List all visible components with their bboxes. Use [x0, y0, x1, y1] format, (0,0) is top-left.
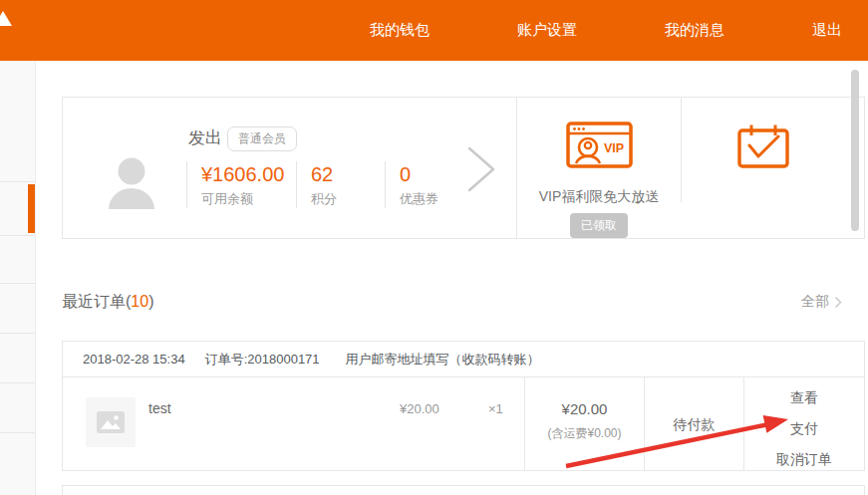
- nav-my-wallet[interactable]: 我的钱包: [370, 15, 430, 46]
- vip-promo-panel[interactable]: VIP VIP福利限免大放送 已领取: [517, 98, 681, 238]
- balance-value: ¥1606.00: [201, 161, 293, 187]
- sidebar-item[interactable]: [0, 61, 35, 182]
- vip-promo-title: VIP福利限免大放送: [517, 188, 681, 206]
- left-sidebar: [0, 61, 36, 495]
- order-actions-column: 查看 支付 取消订单: [743, 377, 864, 471]
- sidebar-item-active[interactable]: [0, 182, 35, 236]
- pay-order-link[interactable]: 支付: [790, 420, 818, 436]
- points-label: 积分: [311, 190, 385, 208]
- scrollbar-thumb[interactable]: [851, 70, 859, 231]
- sidebar-item[interactable]: [0, 383, 35, 433]
- svg-text:VIP: VIP: [604, 141, 624, 155]
- sidebar-item[interactable]: [0, 236, 35, 284]
- cancel-order-link[interactable]: 取消订单: [776, 451, 832, 467]
- view-all-link[interactable]: 全部: [801, 293, 842, 311]
- shipping-fee-note: (含运费¥0.00): [525, 425, 644, 442]
- top-header: 我的钱包 账户设置 我的消息 退出: [0, 0, 868, 61]
- next-order-card-stub: [62, 485, 865, 495]
- order-card-header: 2018-02-28 15:34 订单号:2018000171 用户邮寄地址填写…: [63, 342, 864, 377]
- sidebar-item[interactable]: [0, 284, 35, 334]
- order-time: 2018-02-28 15:34: [83, 352, 185, 367]
- recent-orders-header: 最近订单(10) 全部: [62, 292, 865, 314]
- view-all-label: 全部: [801, 293, 829, 311]
- order-status: 待付款: [645, 416, 743, 434]
- top-navigation: 我的钱包 账户设置 我的消息 退出: [370, 0, 868, 61]
- chevron-right-icon[interactable]: [465, 146, 499, 196]
- view-order-link[interactable]: 查看: [790, 389, 818, 405]
- user-center-page: 我的钱包 账户设置 我的消息 退出 发出 普通会员 ¥1606.00: [0, 0, 868, 495]
- product-quantity: ×1: [488, 401, 503, 416]
- order-address-note: 用户邮寄地址填写（收款码转账）: [346, 351, 540, 369]
- claimed-badge[interactable]: 已领取: [570, 213, 628, 238]
- order-card-body: test ¥20.00 ×1 ¥20.00 (含运费¥0.00) 待付款 查看 …: [63, 377, 864, 471]
- orders-count: 10: [131, 293, 148, 310]
- balance-stat[interactable]: ¥1606.00 可用余额: [186, 161, 296, 208]
- sidebar-item[interactable]: [0, 433, 35, 494]
- account-summary-card: 发出 普通会员 ¥1606.00 可用余额 62 积分 0 优惠券: [62, 97, 865, 239]
- points-stat[interactable]: 62 积分: [296, 161, 385, 208]
- account-stats: ¥1606.00 可用余额 62 积分 0 优惠券: [186, 161, 484, 208]
- title-text: ): [148, 293, 153, 310]
- calendar-check-icon: [737, 124, 789, 173]
- member-level-badge: 普通会员: [227, 126, 297, 151]
- avatar[interactable]: [103, 151, 160, 209]
- order-item-column: test ¥20.00 ×1: [63, 377, 524, 471]
- balance-label: 可用余额: [201, 190, 296, 208]
- order-card: 2018-02-28 15:34 订单号:2018000171 用户邮寄地址填写…: [62, 341, 865, 471]
- order-total-column: ¥20.00 (含运费¥0.00): [524, 377, 644, 471]
- order-status-column: 待付款: [644, 377, 743, 471]
- image-placeholder-icon: [97, 411, 125, 433]
- vip-promo-icon: VIP: [566, 122, 633, 172]
- nav-account-settings[interactable]: 账户设置: [517, 15, 577, 46]
- points-value: 62: [311, 161, 385, 187]
- logo-fragment-icon: [0, 11, 12, 26]
- recent-orders-title: 最近订单(10): [62, 293, 153, 310]
- product-thumbnail[interactable]: [86, 397, 136, 447]
- nav-my-messages[interactable]: 我的消息: [665, 15, 724, 46]
- product-name[interactable]: test: [148, 400, 171, 416]
- order-number: 订单号:2018000171: [205, 351, 320, 369]
- nav-logout[interactable]: 退出: [812, 15, 842, 46]
- title-text: 最近订单(: [62, 293, 131, 310]
- product-unit-price: ¥20.00: [400, 401, 439, 416]
- active-indicator: [28, 184, 35, 233]
- checkin-panel[interactable]: [682, 98, 865, 238]
- username: 发出: [188, 126, 222, 149]
- sidebar-item[interactable]: [0, 334, 35, 383]
- order-total-amount: ¥20.00: [525, 400, 644, 417]
- chevron-right-icon: [834, 296, 842, 309]
